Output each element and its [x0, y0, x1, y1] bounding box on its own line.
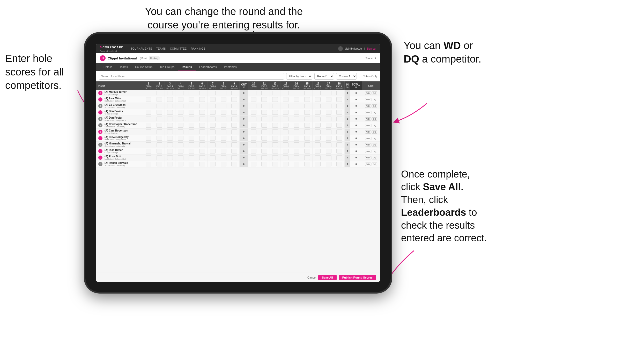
score-input-15[interactable] [304, 142, 310, 147]
score-input-2[interactable] [157, 104, 162, 108]
score-input-17[interactable] [326, 136, 331, 141]
score-input-6[interactable] [199, 110, 205, 115]
score-input-7[interactable] [210, 123, 216, 128]
score-input-9[interactable] [231, 149, 237, 153]
score-input-4[interactable] [178, 149, 183, 153]
score-input-6[interactable] [199, 91, 205, 95]
score-input-11[interactable] [261, 123, 267, 128]
score-input-5[interactable] [189, 97, 194, 102]
score-input-6[interactable] [199, 97, 205, 102]
score-input-10[interactable] [251, 117, 256, 121]
score-input-16[interactable] [315, 110, 321, 115]
dq-button[interactable]: DQ [372, 156, 377, 159]
score-input-18[interactable] [336, 110, 342, 115]
score-input-8[interactable] [221, 123, 226, 128]
score-input-11[interactable] [261, 162, 267, 166]
score-input-16[interactable] [315, 104, 321, 108]
wd-button[interactable]: WD [365, 130, 371, 134]
score-input-17[interactable] [326, 91, 331, 95]
score-input-6[interactable] [199, 123, 205, 128]
score-input-15[interactable] [304, 123, 310, 128]
score-input-8[interactable] [221, 97, 226, 102]
score-input-5[interactable] [189, 142, 194, 147]
score-input-9[interactable] [231, 155, 237, 160]
score-input-6[interactable] [199, 117, 205, 121]
save-all-button[interactable]: Save All [318, 275, 336, 280]
score-input-7[interactable] [210, 104, 216, 108]
wd-button[interactable]: WD [365, 143, 371, 147]
score-input-9[interactable] [231, 117, 237, 121]
score-input-11[interactable] [261, 142, 267, 147]
score-input-5[interactable] [189, 149, 194, 153]
score-input-10[interactable] [251, 162, 256, 166]
score-input-3[interactable] [167, 142, 173, 147]
score-input-4[interactable] [178, 104, 183, 108]
score-input-11[interactable] [261, 149, 267, 153]
score-input-17[interactable] [326, 104, 331, 108]
score-input-2[interactable] [157, 155, 162, 160]
nav-tournaments[interactable]: TOURNAMENTS [131, 47, 152, 50]
score-input-2[interactable] [157, 91, 162, 95]
score-input-15[interactable] [304, 117, 310, 121]
dq-button[interactable]: DQ [372, 91, 377, 95]
score-input-1[interactable] [146, 104, 151, 108]
score-input-13[interactable] [283, 162, 288, 166]
score-input-7[interactable] [210, 117, 216, 121]
score-input-9[interactable] [231, 136, 237, 141]
score-input-1[interactable] [146, 123, 151, 128]
score-input-4[interactable] [178, 123, 183, 128]
score-input-12[interactable] [272, 149, 278, 153]
score-input-18[interactable] [336, 162, 342, 166]
score-input-13[interactable] [283, 149, 288, 153]
score-input-15[interactable] [304, 97, 310, 102]
score-input-10[interactable] [251, 91, 256, 95]
score-input-13[interactable] [283, 123, 288, 128]
score-input-15[interactable] [304, 162, 310, 166]
score-input-5[interactable] [189, 91, 194, 95]
score-input-16[interactable] [315, 129, 321, 134]
wd-button[interactable]: WD [365, 98, 371, 101]
dq-button[interactable]: DQ [372, 111, 377, 114]
score-input-14[interactable] [294, 129, 299, 134]
score-input-14[interactable] [294, 149, 299, 153]
score-input-17[interactable] [326, 129, 331, 134]
score-input-2[interactable] [157, 117, 162, 121]
score-input-6[interactable] [199, 136, 205, 141]
score-input-15[interactable] [304, 155, 310, 160]
score-input-14[interactable] [294, 162, 299, 166]
totals-only-checkbox[interactable] [359, 75, 362, 78]
score-input-7[interactable] [210, 155, 216, 160]
score-input-18[interactable] [336, 149, 342, 153]
score-input-5[interactable] [189, 104, 194, 108]
score-input-13[interactable] [283, 136, 288, 141]
score-input-14[interactable] [294, 91, 299, 95]
filter-team-select[interactable]: Filter by team [286, 73, 312, 80]
score-input-8[interactable] [221, 117, 226, 121]
score-input-9[interactable] [231, 110, 237, 115]
score-input-14[interactable] [294, 117, 299, 121]
wd-button[interactable]: WD [365, 117, 371, 121]
publish-round-button[interactable]: Publish Round Scores [339, 275, 376, 280]
score-input-16[interactable] [315, 117, 321, 121]
score-input-6[interactable] [199, 142, 205, 147]
score-input-6[interactable] [199, 104, 205, 108]
score-input-7[interactable] [210, 162, 216, 166]
score-input-1[interactable] [146, 142, 151, 147]
score-input-10[interactable] [251, 123, 256, 128]
dq-button[interactable]: DQ [372, 150, 377, 153]
score-input-13[interactable] [283, 104, 288, 108]
dq-button[interactable]: DQ [372, 130, 377, 134]
score-input-5[interactable] [189, 162, 194, 166]
score-input-8[interactable] [221, 142, 226, 147]
score-input-18[interactable] [336, 117, 342, 121]
score-input-8[interactable] [221, 155, 226, 160]
dq-button[interactable]: DQ [372, 143, 377, 147]
tab-course-setup[interactable]: Course Setup [131, 63, 156, 71]
score-input-17[interactable] [326, 155, 331, 160]
score-input-6[interactable] [199, 162, 205, 166]
score-input-10[interactable] [251, 110, 256, 115]
score-input-3[interactable] [167, 110, 173, 115]
score-input-3[interactable] [167, 104, 173, 108]
score-input-8[interactable] [221, 149, 226, 153]
score-input-12[interactable] [272, 97, 278, 102]
